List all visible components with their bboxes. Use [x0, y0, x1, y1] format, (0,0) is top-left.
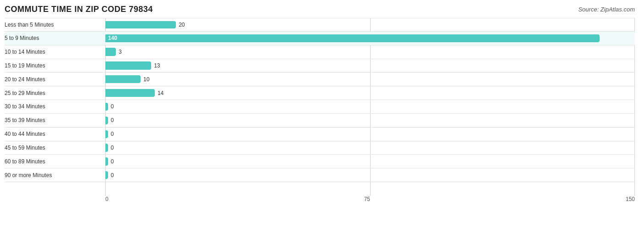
bar-track: 14 [105, 89, 635, 97]
bar-value-label: 10 [143, 76, 149, 83]
bar-fill [105, 21, 176, 29]
bar-label: 25 to 29 Minutes [5, 90, 105, 96]
bar-value-label: 0 [111, 117, 114, 123]
bar-track: 3 [105, 48, 635, 56]
bar-label: 35 to 39 Minutes [5, 117, 105, 123]
bar-row: Less than 5 Minutes20 [5, 18, 635, 32]
bar-track: 10 [105, 75, 635, 83]
chart-title: COMMUTE TIME IN ZIP CODE 79834 [5, 5, 153, 14]
bar-fill [105, 130, 108, 138]
bar-row: 10 to 14 Minutes3 [5, 45, 635, 59]
bar-fill [105, 117, 108, 124]
chart-area: Less than 5 Minutes205 to 9 Minutes14010… [5, 18, 635, 207]
bar-fill [105, 61, 151, 69]
bar-track: 0 [105, 103, 635, 111]
bar-row: 20 to 24 Minutes10 [5, 73, 635, 86]
bar-value-label: 140 [108, 35, 117, 41]
bar-row: 60 to 89 Minutes0 [5, 155, 635, 168]
bar-label: Less than 5 Minutes [5, 22, 105, 28]
bar-row: 90 or more Minutes0 [5, 168, 635, 182]
bar-row: 40 to 44 Minutes0 [5, 128, 635, 141]
chart-header: COMMUTE TIME IN ZIP CODE 79834 Source: Z… [5, 5, 635, 14]
bar-track: 0 [105, 171, 635, 179]
x-axis: 0 75 150 [105, 196, 635, 207]
bar-track: 0 [105, 130, 635, 138]
bar-row: 35 to 39 Minutes0 [5, 114, 635, 128]
bar-fill [105, 171, 108, 179]
bar-fill [105, 103, 108, 111]
bar-value-label: 0 [111, 158, 114, 165]
bar-label: 40 to 44 Minutes [5, 131, 105, 137]
bar-label: 60 to 89 Minutes [5, 158, 105, 165]
x-label-150: 150 [626, 196, 635, 202]
bar-row: 45 to 59 Minutes0 [5, 141, 635, 155]
bar-track: 140 [105, 34, 635, 42]
bar-fill [105, 48, 116, 56]
bar-row: 15 to 19 Minutes13 [5, 59, 635, 73]
bar-track: 13 [105, 61, 635, 69]
bar-value-label: 0 [111, 103, 114, 110]
bar-fill [105, 89, 155, 97]
x-label-0: 0 [105, 196, 109, 202]
bar-fill [105, 75, 141, 83]
bar-fill: 140 [105, 34, 600, 42]
chart-container: COMMUTE TIME IN ZIP CODE 79834 Source: Z… [0, 0, 644, 240]
bar-value-label: 13 [154, 62, 160, 69]
bar-value-label: 0 [111, 172, 114, 179]
bar-label: 30 to 34 Minutes [5, 103, 105, 110]
bar-value-label: 3 [119, 49, 122, 55]
bar-label: 15 to 19 Minutes [5, 62, 105, 69]
bar-label: 20 to 24 Minutes [5, 76, 105, 83]
bar-label: 5 to 9 Minutes [5, 35, 105, 41]
bar-fill [105, 157, 108, 165]
bar-value-label: 20 [179, 22, 185, 28]
chart-source: Source: ZipAtlas.com [578, 6, 635, 13]
bar-row: 5 to 9 Minutes140 [5, 32, 635, 45]
bar-row: 30 to 34 Minutes0 [5, 100, 635, 114]
bar-fill [105, 144, 108, 151]
x-label-75: 75 [364, 196, 370, 202]
bar-track: 0 [105, 117, 635, 124]
bars-area: Less than 5 Minutes205 to 9 Minutes14010… [5, 18, 635, 196]
bar-label: 45 to 59 Minutes [5, 145, 105, 151]
bar-track: 20 [105, 21, 635, 29]
bar-label: 90 or more Minutes [5, 172, 105, 179]
bar-track: 0 [105, 144, 635, 151]
bar-value-label: 0 [111, 131, 114, 137]
bar-track: 0 [105, 157, 635, 165]
bar-value-label: 0 [111, 145, 114, 151]
bar-row: 25 to 29 Minutes14 [5, 86, 635, 100]
bar-label: 10 to 14 Minutes [5, 49, 105, 55]
bar-value-label: 14 [158, 90, 164, 96]
